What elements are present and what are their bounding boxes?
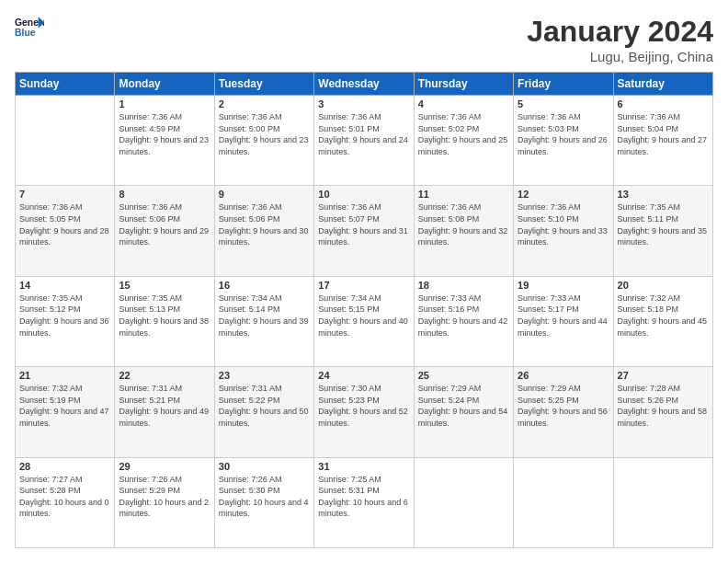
calendar-cell: 18 Sunrise: 7:33 AMSunset: 5:16 PMDaylig… xyxy=(414,276,513,366)
page: General Blue January 2024 Lugu, Beijing,… xyxy=(0,0,728,563)
day-info: Sunrise: 7:35 AMSunset: 5:13 PMDaylight:… xyxy=(119,293,210,339)
day-number: 27 xyxy=(618,370,709,381)
day-info: Sunrise: 7:26 AMSunset: 5:30 PMDaylight:… xyxy=(219,474,310,520)
calendar-cell: 4 Sunrise: 7:36 AMSunset: 5:02 PMDayligh… xyxy=(414,96,513,186)
day-info: Sunrise: 7:34 AMSunset: 5:15 PMDaylight:… xyxy=(318,293,409,339)
header-wednesday: Wednesday xyxy=(314,73,414,96)
day-info: Sunrise: 7:36 AMSunset: 5:08 PMDaylight:… xyxy=(418,201,509,247)
day-info: Sunrise: 7:36 AMSunset: 5:05 PMDaylight:… xyxy=(19,201,110,247)
calendar-cell: 9 Sunrise: 7:36 AMSunset: 5:06 PMDayligh… xyxy=(214,186,313,276)
calendar-cell: 22 Sunrise: 7:31 AMSunset: 5:21 PMDaylig… xyxy=(115,367,214,457)
day-number: 3 xyxy=(318,98,409,109)
day-number: 4 xyxy=(418,98,509,109)
day-info: Sunrise: 7:36 AMSunset: 5:02 PMDaylight:… xyxy=(418,111,509,157)
day-info: Sunrise: 7:32 AMSunset: 5:19 PMDaylight:… xyxy=(19,383,110,429)
day-number: 30 xyxy=(219,461,310,472)
month-title: January 2024 xyxy=(527,15,713,49)
day-number: 21 xyxy=(19,370,110,381)
day-number: 18 xyxy=(418,280,509,291)
day-info: Sunrise: 7:36 AMSunset: 5:07 PMDaylight:… xyxy=(318,201,409,247)
day-number: 2 xyxy=(219,98,310,109)
calendar-cell: 19 Sunrise: 7:33 AMSunset: 5:17 PMDaylig… xyxy=(514,276,613,366)
header-tuesday: Tuesday xyxy=(214,73,313,96)
day-info: Sunrise: 7:31 AMSunset: 5:22 PMDaylight:… xyxy=(219,383,310,429)
header-saturday: Saturday xyxy=(613,73,712,96)
day-info: Sunrise: 7:29 AMSunset: 5:25 PMDaylight:… xyxy=(518,383,609,429)
calendar-cell: 8 Sunrise: 7:36 AMSunset: 5:06 PMDayligh… xyxy=(115,186,214,276)
calendar-cell: 30 Sunrise: 7:26 AMSunset: 5:30 PMDaylig… xyxy=(214,457,313,547)
day-info: Sunrise: 7:32 AMSunset: 5:18 PMDaylight:… xyxy=(618,293,709,339)
calendar-cell: 21 Sunrise: 7:32 AMSunset: 5:19 PMDaylig… xyxy=(16,367,115,457)
calendar-cell xyxy=(414,457,513,547)
day-info: Sunrise: 7:36 AMSunset: 5:01 PMDaylight:… xyxy=(318,111,409,157)
calendar-cell: 24 Sunrise: 7:30 AMSunset: 5:23 PMDaylig… xyxy=(314,367,414,457)
day-info: Sunrise: 7:36 AMSunset: 5:10 PMDaylight:… xyxy=(518,201,609,247)
day-number: 6 xyxy=(618,98,709,109)
day-number: 9 xyxy=(219,189,310,200)
header-sunday: Sunday xyxy=(16,73,115,96)
calendar-week-row: 21 Sunrise: 7:32 AMSunset: 5:19 PMDaylig… xyxy=(16,367,713,457)
day-number: 8 xyxy=(119,189,210,200)
calendar-cell: 23 Sunrise: 7:31 AMSunset: 5:22 PMDaylig… xyxy=(214,367,313,457)
day-info: Sunrise: 7:33 AMSunset: 5:16 PMDaylight:… xyxy=(418,293,509,339)
calendar-cell: 15 Sunrise: 7:35 AMSunset: 5:13 PMDaylig… xyxy=(115,276,214,366)
calendar-cell xyxy=(16,96,115,186)
day-number: 31 xyxy=(318,461,409,472)
logo: General Blue xyxy=(15,15,44,40)
day-number: 19 xyxy=(518,280,609,291)
calendar-cell: 1 Sunrise: 7:36 AMSunset: 4:59 PMDayligh… xyxy=(115,96,214,186)
day-number: 28 xyxy=(19,461,110,472)
calendar-cell: 26 Sunrise: 7:29 AMSunset: 5:25 PMDaylig… xyxy=(514,367,613,457)
calendar-week-row: 14 Sunrise: 7:35 AMSunset: 5:12 PMDaylig… xyxy=(16,276,713,366)
header: General Blue January 2024 Lugu, Beijing,… xyxy=(15,15,713,64)
calendar-cell: 17 Sunrise: 7:34 AMSunset: 5:15 PMDaylig… xyxy=(314,276,414,366)
calendar-cell: 3 Sunrise: 7:36 AMSunset: 5:01 PMDayligh… xyxy=(314,96,414,186)
calendar-cell: 25 Sunrise: 7:29 AMSunset: 5:24 PMDaylig… xyxy=(414,367,513,457)
day-number: 5 xyxy=(518,98,609,109)
calendar-cell: 13 Sunrise: 7:35 AMSunset: 5:11 PMDaylig… xyxy=(613,186,712,276)
calendar-header-row: Sunday Monday Tuesday Wednesday Thursday… xyxy=(16,73,713,96)
header-friday: Friday xyxy=(514,73,613,96)
calendar-cell: 20 Sunrise: 7:32 AMSunset: 5:18 PMDaylig… xyxy=(613,276,712,366)
calendar-cell: 27 Sunrise: 7:28 AMSunset: 5:26 PMDaylig… xyxy=(613,367,712,457)
day-number: 22 xyxy=(119,370,210,381)
day-number: 24 xyxy=(318,370,409,381)
day-info: Sunrise: 7:26 AMSunset: 5:29 PMDaylight:… xyxy=(119,474,210,520)
calendar-cell xyxy=(613,457,712,547)
calendar-week-row: 7 Sunrise: 7:36 AMSunset: 5:05 PMDayligh… xyxy=(16,186,713,276)
header-monday: Monday xyxy=(115,73,214,96)
day-info: Sunrise: 7:29 AMSunset: 5:24 PMDaylight:… xyxy=(418,383,509,429)
day-number: 11 xyxy=(418,189,509,200)
day-number: 7 xyxy=(19,189,110,200)
calendar-table: Sunday Monday Tuesday Wednesday Thursday… xyxy=(15,72,713,548)
day-number: 15 xyxy=(119,280,210,291)
day-info: Sunrise: 7:27 AMSunset: 5:28 PMDaylight:… xyxy=(19,474,110,520)
calendar-cell: 29 Sunrise: 7:26 AMSunset: 5:29 PMDaylig… xyxy=(115,457,214,547)
calendar-cell: 5 Sunrise: 7:36 AMSunset: 5:03 PMDayligh… xyxy=(514,96,613,186)
day-info: Sunrise: 7:36 AMSunset: 5:06 PMDaylight:… xyxy=(219,201,310,247)
day-info: Sunrise: 7:36 AMSunset: 5:03 PMDaylight:… xyxy=(518,111,609,157)
day-info: Sunrise: 7:28 AMSunset: 5:26 PMDaylight:… xyxy=(618,383,709,429)
calendar-week-row: 1 Sunrise: 7:36 AMSunset: 4:59 PMDayligh… xyxy=(16,96,713,186)
calendar-cell: 11 Sunrise: 7:36 AMSunset: 5:08 PMDaylig… xyxy=(414,186,513,276)
day-number: 20 xyxy=(618,280,709,291)
calendar-cell: 12 Sunrise: 7:36 AMSunset: 5:10 PMDaylig… xyxy=(514,186,613,276)
day-info: Sunrise: 7:30 AMSunset: 5:23 PMDaylight:… xyxy=(318,383,409,429)
day-number: 16 xyxy=(219,280,310,291)
calendar-cell: 16 Sunrise: 7:34 AMSunset: 5:14 PMDaylig… xyxy=(214,276,313,366)
day-number: 17 xyxy=(318,280,409,291)
day-info: Sunrise: 7:25 AMSunset: 5:31 PMDaylight:… xyxy=(318,474,409,520)
calendar-cell xyxy=(514,457,613,547)
day-info: Sunrise: 7:36 AMSunset: 5:06 PMDaylight:… xyxy=(119,201,210,247)
day-number: 23 xyxy=(219,370,310,381)
calendar-cell: 2 Sunrise: 7:36 AMSunset: 5:00 PMDayligh… xyxy=(214,96,313,186)
day-number: 14 xyxy=(19,280,110,291)
day-number: 12 xyxy=(518,189,609,200)
day-info: Sunrise: 7:36 AMSunset: 5:04 PMDaylight:… xyxy=(618,111,709,157)
calendar-cell: 10 Sunrise: 7:36 AMSunset: 5:07 PMDaylig… xyxy=(314,186,414,276)
day-number: 10 xyxy=(318,189,409,200)
day-number: 29 xyxy=(119,461,210,472)
calendar-week-row: 28 Sunrise: 7:27 AMSunset: 5:28 PMDaylig… xyxy=(16,457,713,547)
location: Lugu, Beijing, China xyxy=(527,49,713,64)
day-number: 25 xyxy=(418,370,509,381)
